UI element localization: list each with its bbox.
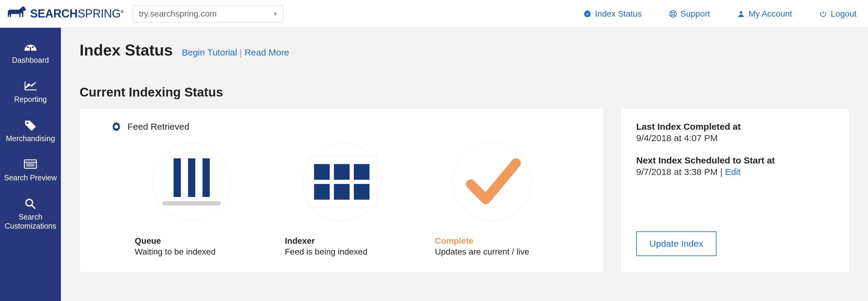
body: Dashboard Reporting Merchandising Search… (0, 28, 868, 301)
brand-primary: SEARCH (30, 7, 78, 20)
chevron-down-icon: ▾ (274, 10, 277, 18)
next-index-value: 9/7/2018 at 3:38 PM | Edit (636, 167, 833, 177)
edit-link[interactable]: Edit (725, 167, 741, 177)
sidebar-item-reporting[interactable]: Reporting (0, 80, 61, 119)
indexer-circle-icon (303, 143, 381, 221)
stage-desc: Waiting to be indexed (135, 247, 216, 257)
app-root: SEARCHSPRING® try.searchspring.com ▾ Ind… (0, 0, 868, 301)
stage-desc: Updates are current / live (435, 247, 529, 257)
page-title-row: Index Status Begin Tutorial | Read More (80, 41, 849, 59)
stages: Queue Waiting to be indexed (98, 143, 585, 257)
sidebar-item-label: Reporting (14, 95, 47, 104)
last-index-value: 9/4/2018 at 4:07 PM (636, 133, 833, 143)
site-selector[interactable]: try.searchspring.com ▾ (133, 5, 283, 22)
stage-indexer: Indexer Feed is being indexed (267, 143, 417, 257)
check-circle-icon (584, 10, 591, 18)
registered-icon: ® (121, 9, 124, 14)
checkmark-icon (462, 151, 522, 213)
nav-label: My Account (749, 9, 792, 19)
status-card: Feed Retrieved (80, 108, 604, 273)
next-index-label: Next Index Scheduled to Start at (636, 155, 833, 165)
dog-icon (7, 6, 27, 22)
stage-label: Complete (435, 236, 473, 246)
power-icon (819, 10, 827, 18)
gear-icon (111, 121, 122, 132)
page-title: Index Status (80, 41, 173, 59)
queue-circle-icon (153, 143, 231, 221)
nav-label: Support (681, 9, 710, 19)
site-selector-value: try.searchspring.com (139, 9, 217, 19)
svg-rect-12 (30, 47, 31, 51)
svg-point-13 (27, 122, 28, 124)
feed-retrieved-label: Feed Retrieved (127, 122, 189, 132)
gauge-icon (23, 40, 38, 53)
topbar: SEARCHSPRING® try.searchspring.com ▾ Ind… (0, 0, 868, 28)
info-card: Last Index Completed at 9/4/2018 at 4:07… (620, 108, 849, 273)
stage-label: Queue (135, 236, 161, 246)
update-index-button[interactable]: Update Index (636, 231, 716, 256)
top-nav: Index Status Support My Account Logout (584, 9, 857, 19)
browser-icon (23, 158, 38, 170)
stage-label: Indexer (285, 236, 315, 246)
begin-tutorial-link[interactable]: Begin Tutorial (182, 47, 237, 57)
sidebar-item-search-customizations[interactable]: Search Customizations (0, 197, 61, 245)
brand-wordmark: SEARCHSPRING® (30, 7, 124, 20)
link-separator: | (240, 47, 244, 57)
svg-point-11 (32, 46, 34, 48)
life-ring-icon (669, 10, 677, 18)
sidebar-item-dashboard[interactable]: Dashboard (0, 40, 61, 80)
nav-index-status[interactable]: Index Status (584, 9, 642, 19)
svg-point-2 (584, 10, 591, 17)
search-icon (23, 197, 38, 209)
chart-icon (23, 80, 38, 92)
tag-icon (23, 119, 38, 131)
complete-circle-icon (453, 143, 531, 221)
sidebar: Dashboard Reporting Merchandising Search… (0, 28, 61, 301)
nav-support[interactable]: Support (669, 9, 710, 19)
sidebar-item-merchandising[interactable]: Merchandising (0, 119, 61, 158)
next-index-block: Next Index Scheduled to Start at 9/7/201… (636, 155, 833, 177)
section-title: Current Indexing Status (80, 85, 849, 99)
queue-icon (162, 158, 221, 205)
feed-retrieved-row: Feed Retrieved (111, 121, 585, 132)
stage-complete: Complete Updates are current / live (417, 143, 567, 257)
next-index-datetime: 9/7/2018 at 3:38 PM (636, 167, 718, 177)
svg-point-10 (27, 46, 29, 48)
last-index-label: Last Index Completed at (636, 122, 833, 132)
brand-secondary: SPRING (78, 7, 121, 20)
last-index-block: Last Index Completed at 9/4/2018 at 4:07… (636, 122, 833, 143)
stage-queue: Queue Waiting to be indexed (117, 143, 267, 257)
nav-logout[interactable]: Logout (819, 9, 857, 19)
page-title-links: Begin Tutorial | Read More (182, 47, 289, 58)
separator: | (718, 167, 725, 177)
indexer-icon (307, 156, 376, 208)
sidebar-item-label: Search Preview (4, 173, 57, 182)
nav-label: Index Status (595, 9, 642, 19)
read-more-link[interactable]: Read More (244, 47, 289, 57)
sidebar-item-search-preview[interactable]: Search Preview (0, 158, 61, 197)
brand-logo[interactable]: SEARCHSPRING® (7, 6, 124, 22)
stage-desc: Feed is being indexed (285, 247, 367, 257)
nav-label: Logout (831, 9, 857, 19)
nav-my-account[interactable]: My Account (737, 9, 792, 19)
svg-point-9 (740, 11, 742, 14)
main-content: Index Status Begin Tutorial | Read More … (61, 28, 868, 301)
svg-point-4 (672, 12, 674, 15)
svg-point-18 (26, 199, 33, 206)
sidebar-item-label: Dashboard (12, 56, 49, 64)
svg-rect-1 (9, 12, 18, 12)
svg-rect-0 (9, 10, 18, 11)
sidebar-item-label: Search Customizations (2, 212, 59, 231)
user-icon (737, 10, 745, 18)
sidebar-item-label: Merchandising (6, 134, 55, 143)
svg-line-19 (32, 205, 35, 209)
status-row: Feed Retrieved (80, 108, 849, 273)
